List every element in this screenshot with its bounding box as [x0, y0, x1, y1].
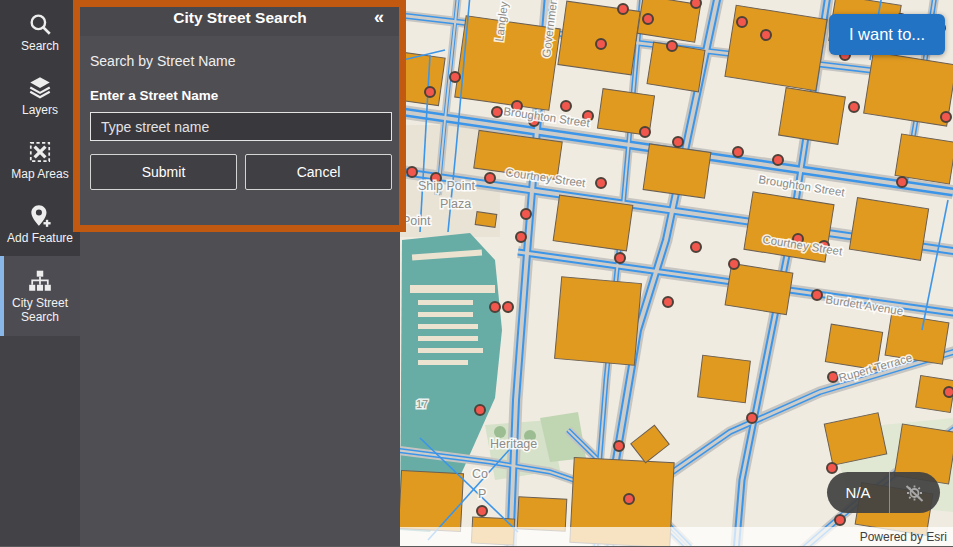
form-buttons: Submit Cancel: [90, 154, 392, 190]
map-point-feature[interactable]: [521, 209, 531, 219]
street-name-field-label: Enter a Street Name: [90, 88, 392, 103]
map-point-feature[interactable]: [492, 107, 502, 117]
sidebar-item-city-street-search[interactable]: City Street Search: [0, 256, 80, 336]
map-point-feature[interactable]: [490, 302, 500, 312]
sidebar-item-map-areas[interactable]: Map Areas: [0, 128, 80, 192]
panel-title: City Street Search: [173, 9, 307, 27]
city-street-search-panel: City Street Search « Search by Street Na…: [80, 0, 400, 547]
collapse-panel-icon[interactable]: «: [370, 4, 388, 30]
map-building: [779, 88, 846, 145]
visibility-toggle-button[interactable]: [890, 472, 940, 513]
sidebar-item-label: Add Feature: [7, 232, 73, 246]
sidebar-item-label: Map Areas: [11, 168, 68, 182]
sidebar-item-label: Layers: [22, 104, 58, 118]
panel-header: City Street Search «: [80, 0, 400, 36]
map-point-feature[interactable]: [691, 242, 701, 252]
map-label: Ship Point: [418, 179, 476, 193]
map-label: Co: [472, 467, 488, 481]
map-canvas[interactable]: Broughton StreetBroughton StreetCourtney…: [400, 0, 953, 547]
sidebar-item-label: City Street Search: [2, 297, 78, 325]
map-point-feature[interactable]: [944, 387, 953, 397]
map-point-feature[interactable]: [729, 259, 739, 269]
map-point-feature[interactable]: [691, 0, 701, 8]
map-building: [725, 263, 793, 314]
map-building: [400, 52, 445, 105]
map-label: Heritage: [490, 437, 537, 451]
map-point-feature[interactable]: [761, 30, 771, 40]
map-areas-icon: [27, 139, 53, 165]
map-label: P: [478, 487, 486, 501]
map-point-feature[interactable]: [897, 177, 907, 187]
map-point-feature[interactable]: [828, 372, 838, 382]
map-point-feature[interactable]: [561, 101, 571, 111]
street-name-input[interactable]: [90, 112, 392, 141]
scale-value: N/A: [827, 472, 889, 513]
map-point-feature[interactable]: [425, 87, 435, 97]
map-label: 17: [416, 398, 428, 410]
sidebar-item-layers[interactable]: Layers: [0, 64, 80, 128]
map-point-feature[interactable]: [516, 232, 526, 242]
map-point-feature[interactable]: [596, 39, 606, 49]
map-graphics: Broughton StreetBroughton StreetCourtney…: [400, 0, 953, 547]
layers-icon: [27, 75, 53, 101]
search-icon: [27, 11, 53, 37]
map-point-feature[interactable]: [773, 155, 783, 165]
sidebar-item-search[interactable]: Search: [0, 0, 80, 64]
map-point-feature[interactable]: [450, 72, 460, 82]
panel-body: Search by Street Name Enter a Street Nam…: [80, 36, 400, 190]
map-building: [553, 195, 633, 251]
map-point-feature[interactable]: [485, 173, 495, 183]
sidebar: Search Layers Map Areas Add F: [0, 0, 80, 547]
map-point-feature[interactable]: [475, 405, 485, 415]
map-building: [400, 470, 463, 531]
map-building: [475, 212, 497, 228]
powered-by-esri-link[interactable]: Powered by Esri: [860, 530, 947, 544]
submit-button[interactable]: Submit: [90, 154, 237, 190]
map-point-feature[interactable]: [827, 463, 837, 473]
map-point-feature[interactable]: [835, 515, 845, 525]
map-point-feature[interactable]: [618, 4, 628, 14]
map-point-feature[interactable]: [407, 167, 417, 177]
map-point-feature[interactable]: [640, 127, 650, 137]
map-point-feature[interactable]: [747, 413, 757, 423]
map-point-feature[interactable]: [849, 102, 859, 112]
map-point-feature[interactable]: [812, 290, 822, 300]
map-point-feature[interactable]: [667, 41, 677, 51]
map-label: Point: [402, 214, 431, 228]
map-label: Plaza: [440, 197, 471, 211]
panel-subtitle: Search by Street Name: [90, 53, 392, 69]
map-point-feature[interactable]: [737, 17, 747, 27]
map-building: [864, 52, 953, 126]
map-point-feature[interactable]: [614, 441, 624, 451]
add-feature-icon: [27, 203, 53, 229]
map-point-feature[interactable]: [615, 253, 625, 263]
scale-badge: N/A: [827, 472, 940, 513]
sitemap-icon: [27, 268, 53, 294]
map-point-feature[interactable]: [596, 178, 606, 188]
map-point-feature[interactable]: [941, 112, 951, 122]
map-attribution: Powered by Esri: [400, 527, 953, 547]
map-point-feature[interactable]: [663, 297, 673, 307]
map-building: [849, 198, 928, 261]
sidebar-item-add-feature[interactable]: Add Feature: [0, 192, 80, 256]
map-point-feature[interactable]: [673, 137, 683, 147]
map-point-feature[interactable]: [733, 147, 743, 157]
cancel-button[interactable]: Cancel: [245, 154, 392, 190]
map-point-feature[interactable]: [477, 506, 487, 516]
i-want-to-button[interactable]: I want to...: [829, 14, 945, 55]
map-building: [555, 277, 642, 366]
map-building: [643, 144, 711, 198]
map-point-feature[interactable]: [503, 302, 513, 312]
map-point-feature[interactable]: [624, 494, 634, 504]
sun-slash-icon: [903, 481, 927, 505]
app-window: Search Layers Map Areas Add F: [0, 0, 953, 547]
sidebar-item-label: Search: [21, 40, 59, 54]
map-building: [698, 355, 751, 403]
map-point-feature[interactable]: [643, 14, 653, 24]
